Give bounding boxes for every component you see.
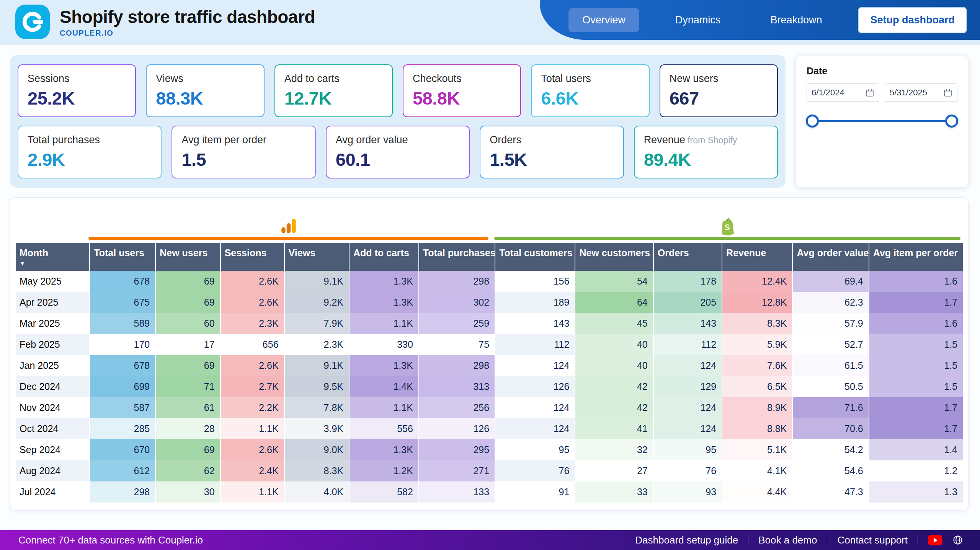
kpi-value: 2.9K xyxy=(28,149,152,170)
cell-total-users: 298 xyxy=(90,481,156,503)
cell-views: 9.0K xyxy=(285,439,350,460)
cell-total-purchases: 75 xyxy=(419,334,495,355)
cell-month: May 2025 xyxy=(16,271,90,292)
calendar-icon xyxy=(865,88,874,97)
tab-breakdown[interactable]: Breakdown xyxy=(756,8,836,32)
start-date-value: 6/1/2024 xyxy=(812,88,844,98)
cell-new-customers: 41 xyxy=(575,418,653,439)
end-date-input[interactable]: 5/31/2025 xyxy=(885,83,957,102)
cell-avg-order-value: 54.2 xyxy=(793,439,869,460)
cell-total-users: 699 xyxy=(90,376,156,397)
data-sources-bar: S xyxy=(16,204,963,241)
cell-total-purchases: 298 xyxy=(419,271,495,292)
kpi-value: 1.5 xyxy=(181,149,305,170)
column-header-orders[interactable]: Orders xyxy=(654,243,722,271)
cell-avg-order-value: 62.3 xyxy=(793,292,869,313)
cell-orders: 93 xyxy=(654,481,722,503)
cell-views: 9.1K xyxy=(285,355,350,376)
date-filter-card: Date 6/1/2024 5/31/2025 xyxy=(795,55,969,188)
column-header-label: Month xyxy=(20,247,85,259)
kpi-label: Avg order value xyxy=(336,134,460,146)
column-header-month[interactable]: Month▼ xyxy=(16,243,90,271)
table-row: May 2025678692.6K9.1K1.3K2981565417812.4… xyxy=(16,271,963,292)
start-date-input[interactable]: 6/1/2024 xyxy=(807,83,879,102)
column-header-views[interactable]: Views xyxy=(285,243,350,271)
column-header-total-users[interactable]: Total users xyxy=(90,243,156,271)
setup-dashboard-button[interactable]: Setup dashboard xyxy=(858,7,967,33)
cell-add-to-carts: 1.2K xyxy=(350,460,419,481)
cell-new-users: 17 xyxy=(156,334,220,355)
table-row: Jul 2024298301.1K4.0K5821339133934.4K47.… xyxy=(16,481,963,503)
tab-overview[interactable]: Overview xyxy=(568,8,639,32)
divider xyxy=(918,535,918,545)
cell-orders: 143 xyxy=(654,313,722,334)
cell-month: Aug 2024 xyxy=(16,460,90,481)
page-title: Shopify store traffic dashboard xyxy=(60,7,315,27)
cell-views: 9.2K xyxy=(285,292,350,313)
date-filter-label: Date xyxy=(807,65,957,77)
cell-avg-item-per-order: 1.5 xyxy=(869,355,963,376)
column-header-avg-item-per-order[interactable]: Avg item per order xyxy=(869,243,963,271)
column-header-label: New customers xyxy=(579,247,649,259)
column-header-revenue[interactable]: Revenue xyxy=(722,243,793,271)
footer-link-dashboard-setup-guide[interactable]: Dashboard setup guide xyxy=(635,534,738,546)
table-header-row: Month▼Total usersNew usersSessionsViewsA… xyxy=(16,243,963,271)
kpi-card-avg-order-value: Avg order value60.1 xyxy=(326,126,470,178)
kpi-card-revenue: Revenue from Shopify89.4K xyxy=(634,126,778,178)
cell-total-customers: 76 xyxy=(495,460,575,481)
cell-views: 9.1K xyxy=(285,271,350,292)
cell-avg-order-value: 50.5 xyxy=(793,376,869,397)
cell-views: 9.5K xyxy=(285,376,350,397)
youtube-icon[interactable] xyxy=(928,535,942,545)
cell-avg-order-value: 54.6 xyxy=(793,460,869,481)
slider-handle-end[interactable] xyxy=(945,115,958,128)
footer-promo-text: Connect 70+ data sources with Coupler.io xyxy=(18,534,203,546)
ga-underline xyxy=(88,237,488,240)
slider-track[interactable] xyxy=(812,120,952,122)
cell-total-customers: 126 xyxy=(495,376,575,397)
cell-new-users: 69 xyxy=(156,271,220,292)
cell-sessions: 2.2K xyxy=(221,397,285,418)
kpi-label: Total users xyxy=(541,73,639,85)
column-header-new-customers[interactable]: New customers xyxy=(575,243,653,271)
footer-link-book-a-demo[interactable]: Book a demo xyxy=(758,534,817,546)
cell-sessions: 2.7K xyxy=(221,376,285,397)
nav-bar: OverviewDynamicsBreakdown Setup dashboar… xyxy=(540,0,980,40)
globe-icon[interactable] xyxy=(952,535,963,545)
kpi-value: 6.6K xyxy=(541,88,639,109)
cell-orders: 112 xyxy=(654,334,722,355)
tab-dynamics[interactable]: Dynamics xyxy=(662,8,735,32)
footer-link-contact-support[interactable]: Contact support xyxy=(837,534,908,546)
cell-avg-item-per-order: 1.3 xyxy=(869,481,963,503)
cell-add-to-carts: 1.3K xyxy=(350,355,419,376)
cell-orders: 124 xyxy=(654,355,722,376)
column-header-new-users[interactable]: New users xyxy=(156,243,220,271)
cell-avg-order-value: 61.5 xyxy=(793,355,869,376)
kpi-card-checkouts: Checkouts58.8K xyxy=(403,64,521,117)
cell-new-users: 30 xyxy=(156,481,220,503)
table-row: Jan 2025678692.6K9.1K1.3K298124401247.6K… xyxy=(16,355,963,376)
kpi-card-views: Views88.3K xyxy=(146,64,264,117)
cell-revenue: 6.5K xyxy=(722,376,793,397)
column-header-total-customers[interactable]: Total customers xyxy=(495,243,575,271)
footer: Connect 70+ data sources with Coupler.io… xyxy=(0,530,980,550)
cell-avg-item-per-order: 1.7 xyxy=(869,418,963,439)
kpi-row-1: Sessions25.2KViews88.3KAdd to carts12.7K… xyxy=(18,64,778,117)
column-header-add-to-carts[interactable]: Add to carts xyxy=(350,243,419,271)
coupler-logo xyxy=(15,5,50,39)
cell-new-users: 69 xyxy=(156,439,220,460)
kpi-card-orders: Orders1.5K xyxy=(480,126,624,178)
column-header-total-purchases[interactable]: Total purchases xyxy=(419,243,495,271)
cell-total-purchases: 302 xyxy=(419,292,495,313)
metrics-table: Month▼Total usersNew usersSessionsViewsA… xyxy=(16,243,963,503)
cell-add-to-carts: 1.3K xyxy=(350,439,419,460)
cell-revenue: 4.4K xyxy=(722,481,793,503)
column-header-sessions[interactable]: Sessions xyxy=(221,243,285,271)
cell-new-customers: 27 xyxy=(575,460,653,481)
slider-handle-start[interactable] xyxy=(806,115,819,128)
column-header-avg-order-value[interactable]: Avg order value xyxy=(793,243,869,271)
kpi-value: 60.1 xyxy=(336,149,460,170)
cell-new-users: 69 xyxy=(156,292,220,313)
cell-total-customers: 124 xyxy=(495,397,575,418)
cell-new-customers: 42 xyxy=(575,397,653,418)
